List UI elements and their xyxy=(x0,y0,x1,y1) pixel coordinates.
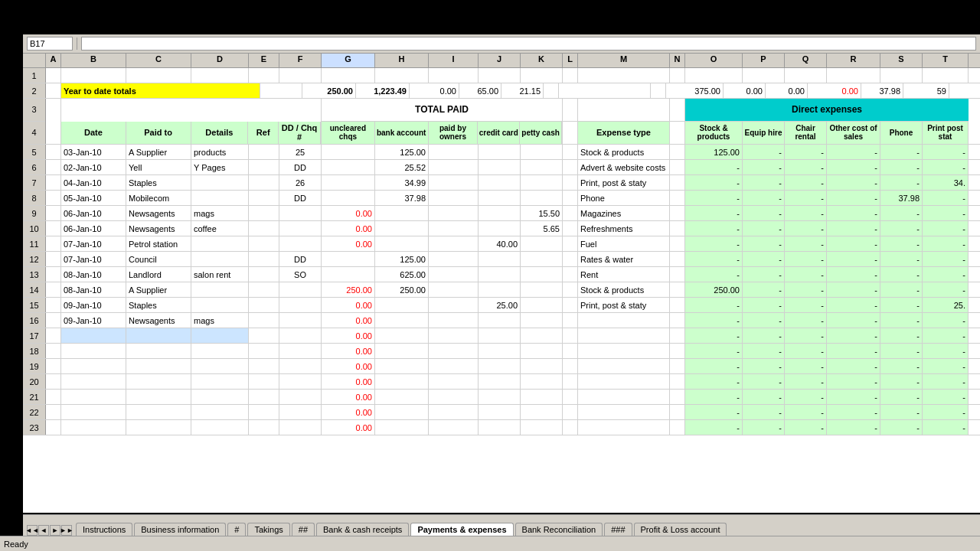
cell-j xyxy=(479,282,521,297)
table-row: 180.00------ xyxy=(23,344,980,359)
cell-g: 0.00 xyxy=(322,206,375,220)
header-date: Date xyxy=(61,122,126,145)
tab-[interactable]: # xyxy=(227,523,246,536)
cell-p: - xyxy=(743,420,785,435)
row-number: 8 xyxy=(23,191,46,205)
cell-q: - xyxy=(785,145,827,159)
cell-i xyxy=(429,267,479,282)
cell-n2 xyxy=(651,83,666,98)
cell-j xyxy=(479,175,521,190)
cell-ref xyxy=(249,313,279,328)
tab-business-information[interactable]: Business information xyxy=(134,523,226,536)
cell-o: 125.00 xyxy=(685,145,743,159)
cell-paid-to: Yell xyxy=(126,160,191,174)
cell-k xyxy=(521,191,563,205)
cell-s: - xyxy=(880,390,923,404)
row-3-4-merged: 3 4 Date Paid to Details Ref DD / Chq # … xyxy=(23,99,980,145)
cell-paid-to: Newsagents xyxy=(126,313,191,328)
tab-bank--cash-receipts[interactable]: Bank & cash receipts xyxy=(316,523,409,536)
nav-first-arrow[interactable]: ◄◄ xyxy=(27,525,38,536)
nav-next-arrow[interactable]: ► xyxy=(50,525,60,536)
cell-dd-chq: DD xyxy=(279,160,322,174)
cell-ref xyxy=(249,221,279,236)
cell-ref xyxy=(249,420,279,435)
cell-date: 06-Jan-10 xyxy=(61,206,126,220)
row-number: 17 xyxy=(23,328,46,343)
table-row: 1207-Jan-10CouncilDD125.00Rates & water-… xyxy=(23,252,980,267)
cell-k: 15.50 xyxy=(521,206,563,220)
tab-payments--expenses[interactable]: Payments & expenses xyxy=(410,523,513,536)
cell-paid-to: Landlord xyxy=(126,267,191,282)
nav-last-arrow[interactable]: ►► xyxy=(61,525,72,536)
cell-dd-chq xyxy=(279,328,322,343)
cell-j xyxy=(479,374,521,389)
cell-k xyxy=(521,328,563,343)
cell-i xyxy=(429,236,479,251)
cell-n xyxy=(670,420,685,435)
cell-s: - xyxy=(880,206,923,220)
tab-instructions[interactable]: Instructions xyxy=(76,523,132,536)
col-header-r: R xyxy=(827,54,880,67)
cell-k xyxy=(521,405,563,419)
row-number: 23 xyxy=(23,420,46,435)
nav-arrows[interactable]: ◄◄ ◄ ► ►► xyxy=(27,525,72,536)
cell-p: - xyxy=(743,313,785,328)
cell-n xyxy=(670,267,685,282)
cell-r: - xyxy=(827,145,880,159)
cell-r: - xyxy=(827,420,880,435)
header-other: Other cost of sales xyxy=(827,122,880,144)
formula-input[interactable] xyxy=(81,37,976,51)
row-num-1: 1 xyxy=(23,68,46,83)
cell-h: 125.00 xyxy=(375,145,429,159)
cell-details xyxy=(191,374,249,389)
cell-paid-to xyxy=(126,390,191,404)
cell-h2: 1,223.49 xyxy=(356,83,410,98)
cell-j xyxy=(479,420,521,435)
col-header-t: T xyxy=(923,54,969,67)
tab-[interactable]: ## xyxy=(292,523,315,536)
cell-details xyxy=(191,236,249,251)
total-paid-label: TOTAL PAID xyxy=(322,99,562,122)
table-row: 170.00------ xyxy=(23,328,980,344)
table-row: 220.00------ xyxy=(23,405,980,420)
tab-[interactable]: ### xyxy=(604,523,632,536)
cell-ref xyxy=(249,175,279,190)
cell-p: - xyxy=(743,390,785,404)
cell-a xyxy=(46,420,61,435)
cell-date xyxy=(61,405,126,419)
cell-p: - xyxy=(743,191,785,205)
cell-s: - xyxy=(880,420,923,435)
cell-t: - xyxy=(923,191,969,205)
cell-expense-type: Stock & products xyxy=(578,145,670,159)
cell-dd-chq: DD xyxy=(279,191,322,205)
cell-c1 xyxy=(126,68,191,83)
name-box[interactable] xyxy=(27,37,73,51)
cell-n1 xyxy=(670,68,685,83)
cell-q: - xyxy=(785,313,827,328)
cell-q: - xyxy=(785,236,827,251)
cell-l xyxy=(563,359,578,373)
cell-a xyxy=(46,298,61,312)
cell-ref xyxy=(249,328,279,343)
tab-bank-reconciliation[interactable]: Bank Reconciliation xyxy=(515,523,603,536)
header-paid-by-owners: paid by owners xyxy=(429,122,479,144)
cell-date: 05-Jan-10 xyxy=(61,191,126,205)
cell-date: 02-Jan-10 xyxy=(61,160,126,174)
col-header-n: N xyxy=(670,54,685,67)
cell-expense-type xyxy=(578,374,670,389)
cell-h xyxy=(375,420,429,435)
cell-dd-chq: 26 xyxy=(279,175,322,190)
cell-q: - xyxy=(785,405,827,419)
cell-r: - xyxy=(827,252,880,266)
cell-date: 03-Jan-10 xyxy=(61,145,126,159)
nav-prev-arrow[interactable]: ◄ xyxy=(38,525,49,536)
tab-profit--loss-account[interactable]: Profit & Loss account xyxy=(634,523,727,536)
cell-p: - xyxy=(743,252,785,266)
cell-t: - xyxy=(923,145,969,159)
cell-n xyxy=(670,252,685,266)
cell-ref xyxy=(249,405,279,419)
cell-t: - xyxy=(923,282,969,297)
cell-k xyxy=(521,282,563,297)
cell-k xyxy=(521,267,563,282)
tab-takings[interactable]: Takings xyxy=(247,523,289,536)
